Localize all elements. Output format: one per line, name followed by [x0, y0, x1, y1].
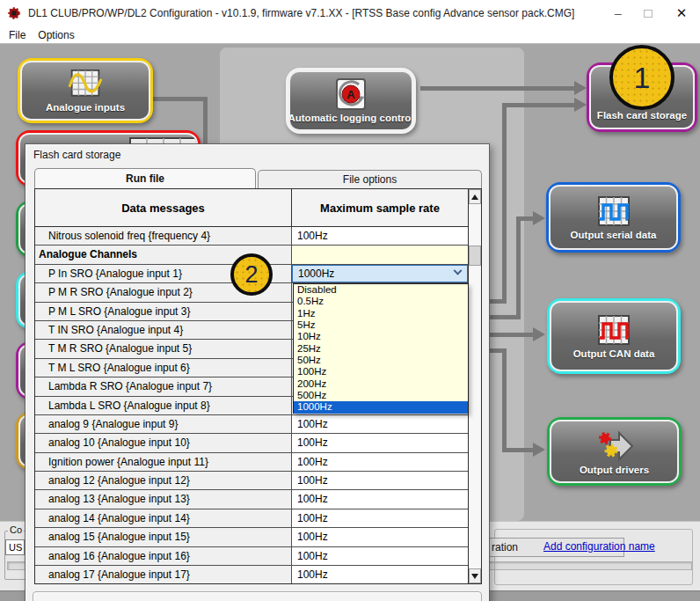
tab-run-file[interactable]: Run file	[34, 168, 256, 188]
row-label: analog 13 {Analogue input 13}	[35, 490, 292, 508]
close-button[interactable]: ✕	[667, 0, 696, 26]
row-value[interactable]: 100Hz	[292, 528, 468, 546]
window-chrome: DL1 CLUB/PRO/WP/DL2 Configuration - v10.…	[0, 0, 700, 44]
output-drivers-button[interactable]: Output drivers	[547, 417, 682, 486]
dropdown-option[interactable]: 1000Hz	[294, 401, 468, 413]
menu-file[interactable]: File	[9, 29, 26, 41]
row-value[interactable]: 100Hz	[292, 472, 468, 489]
row-value[interactable]: 100Hz	[292, 490, 468, 508]
row-label: Nitrous solenoid freq {frequency 4}	[35, 227, 292, 245]
arrow-icon	[533, 211, 545, 225]
analogue-inputs-button[interactable]: Analogue inputs	[18, 58, 153, 123]
minimize-button[interactable]: –	[603, 0, 633, 26]
row-label: analog 10 {Analogue input 10}	[35, 434, 292, 451]
row-label: T M L SRO {Analogue input 6}	[35, 359, 292, 377]
dialog-bottom-inset	[33, 591, 482, 601]
output-can-data-button[interactable]: Output CAN data	[547, 298, 681, 374]
chevron-down-icon	[454, 267, 463, 275]
dropdown-option[interactable]: 500Hz	[294, 390, 468, 401]
connector-line	[502, 103, 577, 107]
menu-bar: File Options	[0, 26, 75, 44]
arrow-up-icon	[471, 194, 478, 200]
row-label: analog 12 {Analogue input 12}	[35, 472, 292, 489]
tab-bar: Run file File options	[34, 168, 482, 188]
dropdown-option[interactable]: 10Hz	[294, 331, 468, 342]
flash-card-storage-dialog: Flash card storage Run file File options…	[25, 143, 490, 601]
annotation-badge-1: 1	[609, 45, 674, 110]
connector-line	[203, 97, 208, 143]
connector-line	[516, 216, 521, 319]
connector-line	[502, 448, 535, 452]
connector-line	[502, 348, 507, 452]
automatic-logging-control-button[interactable]: A Automatic logging control	[286, 68, 416, 134]
table-row: Nitrous solenoid freq {frequency 4}100Hz	[35, 227, 468, 246]
com-port-field-clipped[interactable]: US	[5, 539, 25, 555]
maximize-button[interactable]	[633, 0, 663, 26]
title-bar: DL1 CLUB/PRO/WP/DL2 Configuration - v10.…	[0, 0, 700, 26]
connector-line	[489, 333, 535, 337]
connector-line	[152, 97, 208, 101]
table-row: analog 14 {Analogue input 14}100Hz	[35, 509, 468, 528]
combobox-value: 1000Hz	[298, 265, 334, 282]
scroll-down-button[interactable]	[469, 568, 481, 583]
button-label: Automatic logging control	[288, 113, 413, 123]
dropdown-option[interactable]: 50Hz	[294, 355, 468, 366]
maximize-icon	[644, 10, 653, 18]
add-configuration-name-link[interactable]: Add configuration name	[543, 540, 655, 553]
table-row: analog 15 {Analogue input 15}100Hz	[35, 528, 468, 546]
arrow-icon	[574, 81, 587, 95]
gears-arrow-icon	[594, 429, 635, 464]
dropdown-option[interactable]: 100Hz	[294, 366, 468, 377]
dropdown-option[interactable]: 5Hz	[294, 319, 468, 331]
row-value[interactable]: 100Hz	[292, 509, 468, 527]
dropdown-option[interactable]: 200Hz	[294, 378, 468, 390]
configuration-button-label: ration	[492, 541, 518, 553]
annotation-badge-2: 2	[230, 253, 273, 296]
table-scrollbar[interactable]	[468, 189, 481, 583]
row-value[interactable]: 100Hz	[292, 453, 468, 471]
connector-line	[502, 103, 507, 304]
output-serial-data-button[interactable]: Output serial data	[546, 182, 681, 253]
table-row: analog 12 {Analogue input 12}100Hz	[35, 472, 468, 490]
row-label: analog 14 {Analogue input 14}	[35, 509, 292, 527]
button-label: Output serial data	[571, 230, 657, 240]
header-maximum-sample-rate: Maximum sample rate	[292, 189, 468, 226]
connector-line	[489, 299, 504, 304]
dropdown-option[interactable]: Disabled	[294, 284, 468, 296]
row-label: analog 15 {Analogue input 15}	[35, 528, 292, 546]
row-value[interactable]: 100Hz	[292, 547, 468, 565]
dropdown-option[interactable]: 1Hz	[294, 308, 468, 319]
grid-sine-icon	[65, 70, 106, 101]
dropdown-option[interactable]: 25Hz	[294, 343, 468, 355]
can-wave-icon	[595, 314, 632, 348]
arrow-icon	[533, 327, 545, 341]
sample-rate-combobox[interactable]: 1000Hz	[292, 265, 468, 282]
row-value[interactable]: 100Hz	[292, 566, 468, 583]
scrollbar-thumb[interactable]	[469, 246, 481, 266]
tab-file-options[interactable]: File options	[258, 170, 482, 188]
table-row: analog 17 {Analogue input 17}100Hz	[35, 566, 468, 583]
row-label: analog 9 {Analogue input 9}	[35, 415, 292, 433]
auto-logging-icon: A	[333, 78, 368, 112]
com-port-group-label: Co	[8, 524, 24, 535]
scroll-up-button[interactable]	[469, 189, 481, 204]
button-label: Flash card storage	[597, 110, 687, 121]
menu-options[interactable]: Options	[38, 29, 74, 41]
row-label: T M R SRO {Analogue input 5}	[35, 340, 292, 357]
dropdown-option[interactable]: 0.5Hz	[294, 296, 468, 307]
row-label: Lambda L SRO {Analogue input 8}	[35, 397, 292, 414]
table-row: analog 16 {Analogue input 16}100Hz	[35, 547, 468, 566]
arrow-icon	[574, 98, 587, 112]
row-value[interactable]: 100Hz	[292, 227, 468, 245]
app-icon	[7, 6, 21, 20]
arrow-icon	[533, 443, 545, 457]
svg-text:A: A	[346, 88, 355, 101]
button-label: Analogue inputs	[46, 102, 125, 113]
button-label: Output CAN data	[573, 348, 655, 359]
table-header: Data messages Maximum sample rate	[35, 189, 468, 227]
row-value[interactable]: 1000Hz	[292, 265, 468, 282]
row-value[interactable]: 100Hz	[292, 434, 468, 451]
row-value[interactable]: 100Hz	[292, 415, 468, 433]
row-value[interactable]	[292, 246, 468, 263]
table-row: analog 13 {Analogue input 13}100Hz	[35, 490, 468, 509]
